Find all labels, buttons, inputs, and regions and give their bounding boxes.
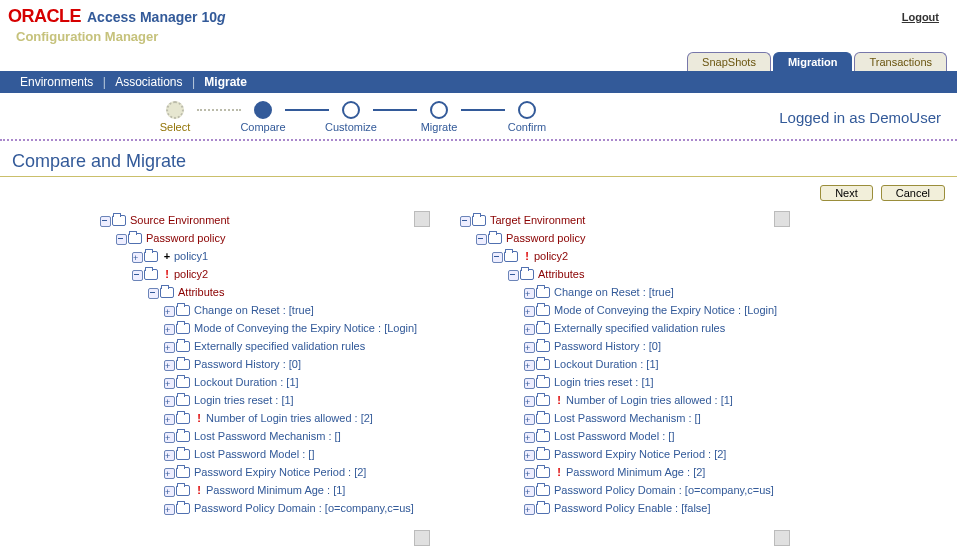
expand-icon[interactable] bbox=[164, 324, 173, 333]
collapse-icon[interactable] bbox=[148, 288, 157, 297]
cancel-button[interactable]: Cancel bbox=[881, 185, 945, 201]
attribute-node[interactable]: Password Minimum Age : [1] bbox=[206, 481, 345, 499]
nav-migrate[interactable]: Migrate bbox=[204, 75, 247, 89]
expand-icon[interactable] bbox=[164, 468, 173, 477]
folder-icon bbox=[536, 395, 550, 406]
policy-node[interactable]: policy2 bbox=[534, 247, 568, 265]
scroll-up-icon[interactable] bbox=[414, 211, 430, 227]
attribute-node[interactable]: Change on Reset : [true] bbox=[194, 301, 314, 319]
toggle-icon[interactable] bbox=[132, 270, 141, 279]
collapse-icon[interactable] bbox=[508, 270, 517, 279]
nav-associations[interactable]: Associations bbox=[115, 75, 182, 89]
attribute-node[interactable]: Lost Password Mechanism : [] bbox=[194, 427, 341, 445]
expand-icon[interactable] bbox=[164, 450, 173, 459]
next-button[interactable]: Next bbox=[820, 185, 873, 201]
folder-icon bbox=[176, 377, 190, 388]
attributes-label[interactable]: Attributes bbox=[178, 283, 224, 301]
scroll-down-icon[interactable] bbox=[414, 530, 430, 546]
expand-icon[interactable] bbox=[524, 306, 533, 315]
policy-group-label[interactable]: Password policy bbox=[506, 229, 585, 247]
folder-icon bbox=[536, 359, 550, 370]
expand-icon[interactable] bbox=[524, 486, 533, 495]
wizard-step-confirm[interactable]: Confirm bbox=[492, 101, 562, 133]
expand-icon[interactable] bbox=[524, 378, 533, 387]
expand-icon[interactable] bbox=[164, 414, 173, 423]
wizard-step-select[interactable]: Select bbox=[140, 101, 210, 133]
attribute-node[interactable]: Number of Login tries allowed : [1] bbox=[566, 391, 733, 409]
expand-icon[interactable] bbox=[524, 396, 533, 405]
attribute-node[interactable]: Lockout Duration : [1] bbox=[554, 355, 659, 373]
expand-icon[interactable] bbox=[524, 504, 533, 513]
toggle-icon[interactable] bbox=[132, 252, 141, 261]
expand-icon[interactable] bbox=[524, 342, 533, 351]
tree-root-label[interactable]: Source Environment bbox=[130, 211, 230, 229]
page-title: Compare and Migrate bbox=[12, 151, 957, 172]
attribute-node[interactable]: Externally specified validation rules bbox=[554, 319, 725, 337]
policy-node[interactable]: policy1 bbox=[174, 247, 208, 265]
logout-link[interactable]: Logout bbox=[902, 11, 939, 23]
expand-icon[interactable] bbox=[524, 288, 533, 297]
attribute-node[interactable]: Password Policy Enable : [false] bbox=[554, 499, 711, 517]
collapse-icon[interactable] bbox=[460, 216, 469, 225]
expand-icon[interactable] bbox=[524, 468, 533, 477]
wizard-step-compare[interactable]: Compare bbox=[228, 101, 298, 133]
wizard-step-migrate[interactable]: Migrate bbox=[404, 101, 474, 133]
collapse-icon[interactable] bbox=[116, 234, 125, 243]
step-circle-icon bbox=[254, 101, 272, 119]
attribute-node[interactable]: Password Policy Domain : [o=company,c=us… bbox=[554, 481, 774, 499]
policy-node[interactable]: policy2 bbox=[174, 265, 208, 283]
folder-icon bbox=[472, 215, 486, 226]
expand-icon[interactable] bbox=[524, 360, 533, 369]
scroll-down-icon[interactable] bbox=[774, 530, 790, 546]
expand-icon[interactable] bbox=[164, 486, 173, 495]
folder-icon bbox=[176, 467, 190, 478]
expand-icon[interactable] bbox=[164, 378, 173, 387]
attribute-node[interactable]: Password History : [0] bbox=[554, 337, 661, 355]
attribute-node[interactable]: Password Expiry Notice Period : [2] bbox=[194, 463, 366, 481]
expand-icon[interactable] bbox=[164, 306, 173, 315]
nav-environments[interactable]: Environments bbox=[20, 75, 93, 89]
scroll-up-icon[interactable] bbox=[774, 211, 790, 227]
attributes-label[interactable]: Attributes bbox=[538, 265, 584, 283]
attribute-node[interactable]: Login tries reset : [1] bbox=[554, 373, 654, 391]
expand-icon[interactable] bbox=[164, 504, 173, 513]
attribute-node[interactable]: Lockout Duration : [1] bbox=[194, 373, 299, 391]
attribute-node[interactable]: Login tries reset : [1] bbox=[194, 391, 294, 409]
tab-migration[interactable]: Migration bbox=[773, 52, 853, 71]
expand-icon[interactable] bbox=[524, 432, 533, 441]
tab-transactions[interactable]: Transactions bbox=[854, 52, 947, 71]
attribute-node[interactable]: Password Minimum Age : [2] bbox=[566, 463, 705, 481]
policy-group-label[interactable]: Password policy bbox=[146, 229, 225, 247]
expand-icon[interactable] bbox=[524, 450, 533, 459]
attribute-node[interactable]: Lost Password Mechanism : [] bbox=[554, 409, 701, 427]
attribute-node[interactable]: Password History : [0] bbox=[194, 355, 301, 373]
source-tree-pane: Source EnvironmentPassword policy+policy… bbox=[100, 211, 430, 546]
attribute-node[interactable]: Mode of Conveying the Expiry Notice : [L… bbox=[554, 301, 777, 319]
expand-icon[interactable] bbox=[164, 396, 173, 405]
folder-icon bbox=[536, 341, 550, 352]
attribute-node[interactable]: Password Policy Domain : [o=company,c=us… bbox=[194, 499, 414, 517]
wizard-step-customize[interactable]: Customize bbox=[316, 101, 386, 133]
step-circle-icon bbox=[430, 101, 448, 119]
attribute-node[interactable]: Mode of Conveying the Expiry Notice : [L… bbox=[194, 319, 417, 337]
folder-icon bbox=[144, 269, 158, 280]
attribute-node[interactable]: Externally specified validation rules bbox=[194, 337, 365, 355]
tab-snapshots[interactable]: SnapShots bbox=[687, 52, 771, 71]
expand-icon[interactable] bbox=[164, 360, 173, 369]
expand-icon[interactable] bbox=[164, 342, 173, 351]
attribute-node[interactable]: Lost Password Model : [] bbox=[194, 445, 314, 463]
expand-icon[interactable] bbox=[524, 414, 533, 423]
tree-root-label[interactable]: Target Environment bbox=[490, 211, 585, 229]
folder-icon bbox=[536, 287, 550, 298]
folder-icon bbox=[176, 359, 190, 370]
attribute-node[interactable]: Change on Reset : [true] bbox=[554, 283, 674, 301]
expand-icon[interactable] bbox=[524, 324, 533, 333]
attribute-node[interactable]: Number of Login tries allowed : [2] bbox=[206, 409, 373, 427]
attribute-node[interactable]: Password Expiry Notice Period : [2] bbox=[554, 445, 726, 463]
toggle-icon[interactable] bbox=[492, 252, 501, 261]
expand-icon[interactable] bbox=[164, 432, 173, 441]
oracle-logo: ORACLE bbox=[8, 6, 81, 27]
collapse-icon[interactable] bbox=[100, 216, 109, 225]
attribute-node[interactable]: Lost Password Model : [] bbox=[554, 427, 674, 445]
collapse-icon[interactable] bbox=[476, 234, 485, 243]
